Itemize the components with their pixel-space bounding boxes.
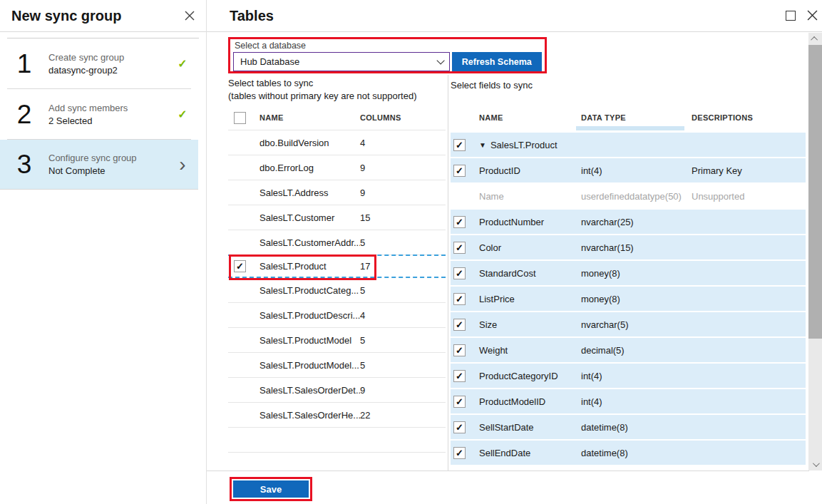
maximize-icon[interactable] — [786, 11, 796, 21]
step-value: 2 Selected — [48, 115, 167, 126]
checkbox-checked[interactable]: ✓ — [453, 447, 466, 459]
table-row[interactable]: dbo.ErrorLog9 — [228, 155, 446, 180]
step-label: Create sync group — [48, 52, 167, 63]
scrollbar-thumb[interactable] — [808, 45, 822, 339]
refresh-schema-button[interactable]: Refresh Schema — [452, 52, 542, 71]
table-name: SalesLT.ProductModel... — [260, 360, 360, 371]
checkbox-checked[interactable]: ✓ — [453, 370, 466, 382]
table-name: SalesLT.ProductModel — [260, 335, 360, 346]
close-icon[interactable] — [185, 11, 195, 21]
table-row[interactable]: SalesLT.Address9 — [228, 180, 446, 205]
tables-header-row: NAME COLUMNS — [228, 106, 446, 130]
scroll-up-icon[interactable] — [808, 33, 822, 45]
database-dropdown[interactable]: Hub Database — [233, 52, 450, 71]
checkbox-checked[interactable]: ✓ — [453, 344, 466, 356]
field-name: ProductModelID — [479, 396, 581, 407]
field-datatype: int(4) — [581, 396, 692, 407]
table-row[interactable]: SalesLT.CustomerAddr...5 — [228, 230, 446, 255]
new-sync-group-panel: New sync group 1 Create sync group datas… — [0, 0, 207, 504]
horizontal-scrollbar-thumb[interactable] — [576, 126, 684, 130]
field-datatype: nvarchar(5) — [581, 319, 692, 330]
vertical-scrollbar[interactable] — [808, 33, 822, 470]
table-row[interactable]: SalesLT.ProductModel5 — [228, 328, 446, 353]
checkbox-checked[interactable]: ✓ — [234, 260, 246, 272]
table-column-count: 4 — [360, 138, 403, 148]
table-row[interactable]: ✓SalesLT.Product17 — [228, 254, 446, 278]
save-button[interactable]: Save — [233, 480, 309, 498]
step-number: 1 — [0, 51, 48, 77]
table-name: SalesLT.Address — [260, 187, 360, 198]
checkbox-cell: ✓ — [453, 139, 479, 151]
table-row[interactable]: dbo.BuildVersion4 — [228, 130, 446, 155]
table-name: dbo.BuildVersion — [260, 138, 360, 148]
checkbox-checked[interactable]: ✓ — [453, 421, 466, 433]
step-create-sync-group[interactable]: 1 Create sync group datasync-group2 ✓ — [0, 38, 198, 88]
step-value: datasync-group2 — [48, 65, 167, 76]
checkbox-checked[interactable]: ✓ — [453, 165, 466, 177]
field-row[interactable]: ✓Sizenvarchar(5) — [451, 312, 806, 336]
checkbox-checked[interactable]: ✓ — [453, 267, 466, 279]
field-datatype: decimal(5) — [581, 345, 692, 356]
close-icon[interactable] — [807, 10, 818, 21]
field-row[interactable]: ✓ProductIDint(4)Primary Key — [451, 158, 806, 182]
checkbox-cell: ✓ — [453, 267, 479, 279]
table-column-count: 22 — [360, 410, 403, 421]
collapse-arrow-icon[interactable]: ▼ — [479, 141, 486, 149]
tables-panel: Tables Select a database Hub Database Re… — [207, 0, 822, 504]
table-row[interactable]: SalesLT.ProductCateg...5 — [228, 278, 446, 303]
select-all-checkbox[interactable] — [234, 112, 246, 124]
database-selection-highlight: Select a database Hub Database Refresh S… — [228, 37, 547, 73]
column-header-name: NAME — [260, 113, 360, 122]
table-column-count: 5 — [360, 285, 403, 296]
field-row[interactable]: ✓SellEndDatedatetime(8) — [451, 441, 806, 465]
field-datatype: nvarchar(25) — [581, 217, 692, 227]
field-row[interactable]: ✓SellStartDatedatetime(8) — [451, 415, 806, 439]
table-column-count: 4 — [360, 310, 403, 321]
checkbox-checked[interactable]: ✓ — [453, 139, 466, 151]
step-number: 3 — [0, 151, 48, 178]
table-row[interactable]: SalesLT.ProductModel...5 — [228, 353, 446, 378]
checkbox-cell: ✓ — [453, 165, 479, 177]
table-row-empty — [228, 428, 446, 453]
checkbox-checked[interactable]: ✓ — [453, 216, 466, 228]
step-value: Not Complete — [48, 165, 167, 176]
tables-to-sync-section: Select tables to sync (tables without pr… — [228, 77, 446, 453]
field-row[interactable]: ✓StandardCostmoney(8) — [451, 261, 806, 285]
table-name: SalesLT.ProductCateg... — [260, 285, 360, 296]
field-name: Name — [479, 191, 581, 202]
checkbox-checked[interactable]: ✓ — [453, 293, 466, 305]
checkbox-cell: ✓ — [453, 293, 479, 305]
checkbox-checked[interactable]: ✓ — [453, 242, 466, 254]
database-dropdown-value: Hub Database — [240, 56, 299, 67]
checkbox-checked[interactable]: ✓ — [453, 396, 466, 408]
field-name: SellEndDate — [479, 448, 581, 458]
scroll-down-icon[interactable] — [808, 458, 822, 470]
field-row[interactable]: ✓ListPricemoney(8) — [451, 287, 806, 311]
save-button-highlight: Save — [230, 477, 312, 501]
table-row[interactable]: SalesLT.SalesOrderDet...9 — [228, 378, 446, 403]
table-row[interactable]: SalesLT.ProductDescri...4 — [228, 303, 446, 328]
table-column-count: 9 — [360, 187, 403, 198]
field-row[interactable]: ✓Weightdecimal(5) — [451, 338, 806, 362]
fields-rows: ✓▼SalesLT.Product✓ProductIDint(4)Primary… — [451, 133, 806, 465]
tables-heading: Select tables to sync — [228, 77, 446, 90]
field-row[interactable]: ✓Colornvarchar(15) — [451, 235, 806, 259]
fields-to-sync-section: Select fields to sync NAME DATA TYPE DES… — [451, 77, 806, 466]
field-description: Unsupported — [692, 191, 806, 202]
table-column-count: 15 — [360, 212, 403, 223]
checkbox-checked[interactable]: ✓ — [453, 319, 466, 331]
column-header-columns: COLUMNS — [360, 113, 401, 122]
field-row[interactable]: ✓ProductNumbernvarchar(25) — [451, 210, 806, 234]
field-row[interactable]: ✓ProductCategoryIDint(4) — [451, 364, 806, 388]
field-row[interactable]: Nameuserdefineddatatype(50)Unsupported — [451, 184, 806, 208]
table-row[interactable]: SalesLT.Customer15 — [228, 205, 446, 230]
chevron-down-icon — [436, 56, 444, 64]
field-row[interactable]: ✓ProductModelIDint(4) — [451, 389, 806, 413]
field-datatype: nvarchar(15) — [581, 242, 692, 253]
panel-header: Tables — [207, 0, 822, 32]
table-name: dbo.ErrorLog — [260, 163, 360, 173]
step-configure-sync-group[interactable]: 3 Configure sync group Not Complete › — [0, 140, 198, 190]
field-row[interactable]: ✓▼SalesLT.Product — [451, 133, 806, 157]
step-add-sync-members[interactable]: 2 Add sync members 2 Selected ✓ — [0, 89, 198, 139]
table-row[interactable]: SalesLT.SalesOrderHe...22 — [228, 403, 446, 428]
